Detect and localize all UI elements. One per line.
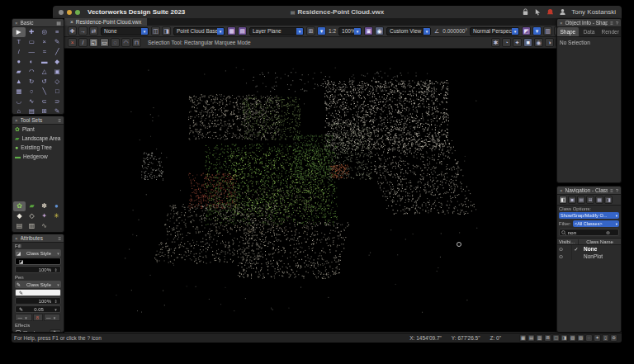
notification-icon[interactable] <box>546 8 554 16</box>
basic-palette-titlebar[interactable]: × Basic ▦ <box>12 19 64 27</box>
snap-automatic-icon[interactable]: ▧ <box>577 334 584 342</box>
sphere-render-icon[interactable]: ◉ <box>534 38 543 47</box>
clip-cube-icon[interactable]: ◩ <box>522 26 531 35</box>
bench-mode-icon[interactable]: ⊓ <box>132 38 141 47</box>
arc-tool[interactable]: ◠ <box>26 67 39 77</box>
class-row-nonplot[interactable]: ⊙NonPlot <box>557 253 621 260</box>
plant-cluster-tool[interactable]: ✦ <box>38 211 50 221</box>
tool-set-item-plant[interactable]: ✿Plant <box>12 125 64 134</box>
lock-icon[interactable] <box>522 8 529 16</box>
snap-angle-icon[interactable]: ▥ <box>536 334 543 342</box>
palette-close-icon[interactable]: × <box>560 21 563 26</box>
zoom-dropdown[interactable]: 100%▾ <box>338 27 362 35</box>
class-toggle-icon[interactable]: ◫ <box>151 26 160 35</box>
plane-mode-dropdown[interactable]: Layer Plane▾ <box>249 27 304 35</box>
palette-menu-icon[interactable]: ≡ <box>610 21 613 26</box>
selection-tool[interactable]: ▶ <box>12 27 26 37</box>
snap-loupe-icon[interactable]: ◌ <box>585 334 593 342</box>
forward-icon[interactable]: → <box>78 26 88 35</box>
palette-close-icon[interactable]: × <box>15 118 18 123</box>
snap-object-icon[interactable]: ▤ <box>528 334 535 342</box>
fill-style-dropdown[interactable]: ◪ Class Style ▾ <box>15 249 61 257</box>
tab-close-icon[interactable]: × <box>70 19 73 25</box>
snap-settings-icon[interactable]: ✱ <box>491 38 500 47</box>
palette-menu-icon[interactable]: ≡ <box>610 188 613 193</box>
zoom-out-icon[interactable]: ⊖ <box>610 334 617 342</box>
start-marker-dropdown[interactable]: —▾ <box>15 314 32 321</box>
visibility-eye-icon[interactable]: ⊙ <box>557 253 565 259</box>
rect-marquee-mode-icon[interactable]: ▭ <box>100 38 109 47</box>
nav-classes-icon[interactable]: ◧ <box>559 196 567 204</box>
pen-opacity-slider[interactable]: 100%⇕ <box>15 297 61 305</box>
rotation-angle-value[interactable]: 0.000000° <box>442 28 467 34</box>
double-line-tool[interactable]: — <box>26 47 39 57</box>
nav-sheets-icon[interactable]: ▤ <box>577 196 585 204</box>
flyover-tool[interactable]: ◎ <box>38 27 51 37</box>
tool-set-item-landscape-area[interactable]: ▰Landscape Area <box>12 134 64 143</box>
flower-tool[interactable]: ✽ <box>38 201 50 211</box>
nav-viewports-icon[interactable]: ⊞ <box>586 196 594 204</box>
diamond-tool[interactable]: ◆ <box>51 57 64 67</box>
clear-search-icon[interactable]: ⊗ <box>606 229 610 235</box>
viewport-tool[interactable]: ▣ <box>51 67 64 77</box>
half-tool[interactable]: ◐ <box>26 57 39 67</box>
object-select-mode-icon[interactable]: ◱ <box>89 38 98 47</box>
palette-close-icon[interactable]: × <box>15 236 18 241</box>
palette-close-icon[interactable]: × <box>560 188 563 193</box>
line-weight-field[interactable]: ✎ 0.05▾ <box>15 305 61 313</box>
interactive-scale-icon[interactable]: × <box>68 38 77 47</box>
circle-tool[interactable]: ○ <box>26 87 39 97</box>
fill-opacity-slider[interactable]: 100%⇕ <box>15 266 61 273</box>
sunflower-tool[interactable]: ✳ <box>50 211 63 221</box>
palette-close-icon[interactable]: × <box>15 21 18 26</box>
cone-tool[interactable]: ▲ <box>12 77 26 87</box>
nav-saved-views-icon[interactable]: ▦ <box>595 196 603 204</box>
delete-tool[interactable]: × <box>38 37 51 47</box>
background-icon[interactable]: ■ <box>523 38 532 47</box>
slope-tool[interactable]: ╲ <box>38 87 51 97</box>
class-search-input[interactable] <box>568 230 604 235</box>
palette-grid-icon[interactable]: ▦ <box>56 21 61 26</box>
fill-color-well[interactable]: ◪ <box>15 258 61 265</box>
freehand-tool[interactable]: ≈ <box>38 47 51 57</box>
triangle-tool[interactable]: △ <box>38 67 51 77</box>
class-search-field[interactable]: ⊗ <box>559 229 619 236</box>
nav-references-icon[interactable]: ◨ <box>604 196 613 204</box>
grid-tool[interactable]: ▦ <box>12 87 26 97</box>
multi-view-icon[interactable]: ▥ <box>543 26 552 35</box>
nav-layers-icon[interactable]: ▣ <box>568 196 576 204</box>
palette-help-icon[interactable]: ? <box>616 21 618 26</box>
snap-point-icon[interactable]: ✦ <box>594 334 601 342</box>
active-layer-dropdown[interactable]: Point Cloud Base▾ <box>173 27 225 35</box>
wall-tool[interactable]: ▬ <box>38 57 51 67</box>
lasso-mode-icon[interactable]: ◌ <box>111 38 120 47</box>
pen-color-well[interactable]: ✎ <box>15 289 61 296</box>
oval-tool[interactable]: ● <box>12 57 26 67</box>
saved-view-icon[interactable]: ▣ <box>364 26 373 35</box>
pen2-tool[interactable]: ✎ <box>51 106 64 115</box>
palette-menu-icon[interactable]: ≡ <box>58 236 61 241</box>
offset-tool[interactable]: ◇ <box>51 77 64 87</box>
class-row-none[interactable]: ⊙✓None <box>557 245 621 253</box>
rotate-tool[interactable]: ↻ <box>26 77 39 87</box>
attributes-titlebar[interactable]: × Attributes ≡ <box>12 234 64 243</box>
user-name[interactable]: Tony Kostanski <box>571 8 616 16</box>
render-style-icon[interactable]: ✦ <box>513 38 522 47</box>
sync-icon[interactable]: ⇄ <box>89 26 98 35</box>
tab-data[interactable]: Data <box>579 27 600 36</box>
point-cloud-viewport[interactable] <box>64 49 622 332</box>
palette-help-icon[interactable]: ? <box>616 188 618 193</box>
palette-menu-icon[interactable]: ≡ <box>58 118 61 123</box>
plant-placement-tool[interactable]: ✿ <box>13 201 26 211</box>
pan-tool[interactable]: ✚ <box>26 27 39 37</box>
window-minimize-button[interactable] <box>67 10 72 15</box>
window-close-button[interactable] <box>59 10 64 15</box>
diagonal-tool[interactable]: ╱ <box>51 47 64 57</box>
hemisphere-icon[interactable]: ◑ <box>545 38 554 47</box>
massing-sphere-tool[interactable]: ● <box>50 201 63 211</box>
tool-set-item-existing-tree[interactable]: ●Existing Tree <box>12 143 64 152</box>
pen-style-dropdown[interactable]: ✎ Class Style ▾ <box>15 281 61 288</box>
object-info-titlebar[interactable]: × Object Info - Shape ≡ ? <box>557 19 621 27</box>
tab-render[interactable]: Render <box>599 27 621 36</box>
app-menu-title[interactable]: Vectorworks Design Suite 2023 <box>88 8 185 16</box>
